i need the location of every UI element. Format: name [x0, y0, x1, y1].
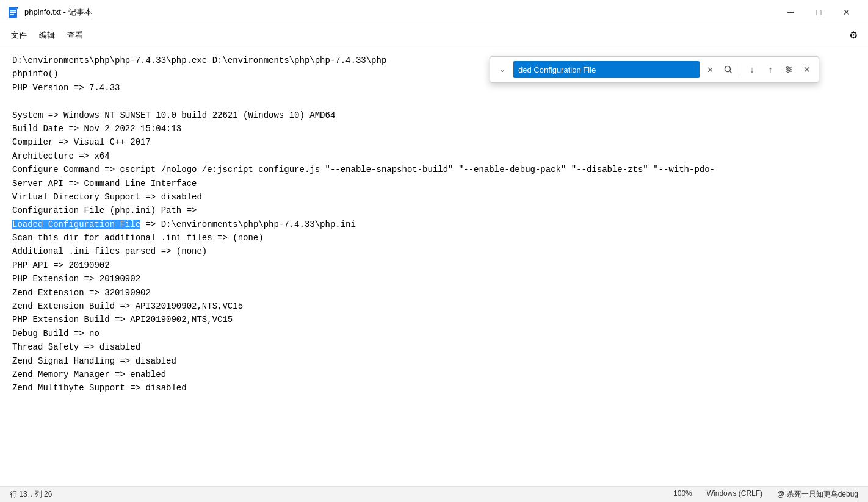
- maximize-button[interactable]: □: [805, 2, 833, 22]
- svg-point-14: [787, 71, 789, 73]
- language-indicator[interactable]: @ 杀死一只知更鸟debug: [777, 489, 858, 500]
- search-close-button[interactable]: ✕: [799, 62, 815, 77]
- svg-point-12: [787, 67, 789, 69]
- text-line: Loaded Configuration File => D:\environm…: [12, 218, 856, 231]
- text-line: PHP Version => 7.4.33: [12, 81, 856, 95]
- title-bar: phpinfo.txt - 记事本 ─ □ ✕: [0, 0, 868, 24]
- search-clear-button[interactable]: ✕: [702, 62, 718, 77]
- text-line: Zend Signal Handling => disabled: [12, 354, 856, 368]
- line-ending[interactable]: Windows (CRLF): [707, 489, 762, 500]
- text-line: PHP Extension Build => API20190902,NTS,V…: [12, 313, 856, 326]
- menu-file[interactable]: 文件: [5, 27, 33, 43]
- text-line: Zend Memory Manager => enabled: [12, 368, 856, 381]
- search-input[interactable]: [513, 61, 700, 78]
- minimize-button[interactable]: ─: [776, 2, 805, 22]
- text-line: PHP Extension => 20190902: [12, 272, 856, 285]
- status-right: 100% Windows (CRLF) @ 杀死一只知更鸟debug: [673, 489, 858, 500]
- text-line: Server API => Command Line Interface: [12, 177, 856, 190]
- menu-view[interactable]: 查看: [61, 27, 89, 43]
- menu-bar-right: ⚙: [844, 26, 863, 45]
- zoom-level[interactable]: 100%: [673, 489, 692, 500]
- search-options-button[interactable]: [781, 62, 797, 77]
- file-content: D:\environments\php\php-7.4.33\php.exe D…: [12, 54, 856, 395]
- text-line: System => Windows NT SUNSET 10.0 build 2…: [12, 109, 856, 122]
- menu-edit[interactable]: 编辑: [33, 27, 61, 43]
- search-divider: [740, 63, 740, 76]
- window-title: phpinfo.txt - 记事本: [24, 7, 776, 18]
- svg-point-13: [789, 69, 791, 71]
- search-next-button[interactable]: ↑: [762, 62, 778, 77]
- menu-bar: 文件 编辑 查看 ⚙: [0, 24, 868, 46]
- svg-rect-3: [10, 12, 16, 13]
- search-prev-button[interactable]: ↓: [744, 62, 760, 77]
- text-line: [12, 95, 856, 108]
- text-line: Zend Multibyte Support => disabled: [12, 381, 856, 395]
- text-line: PHP API => 20190902: [12, 259, 856, 272]
- app-icon: [7, 6, 20, 18]
- text-line: Scan this dir for additional .ini files …: [12, 231, 856, 245]
- svg-rect-1: [9, 7, 17, 10]
- text-line: Virtual Directory Support => disabled: [12, 190, 856, 204]
- text-line: Architecture => x64: [12, 149, 856, 163]
- svg-point-7: [725, 66, 731, 72]
- close-button[interactable]: ✕: [833, 2, 861, 22]
- svg-rect-2: [10, 10, 16, 12]
- text-line: Debug Build => no: [12, 327, 856, 340]
- svg-rect-4: [10, 14, 14, 15]
- text-editor-area[interactable]: ⌄ ✕ ↓ ↑: [0, 46, 868, 486]
- text-line: Additional .ini files parsed => (none): [12, 245, 856, 258]
- window-controls: ─ □ ✕: [776, 2, 861, 22]
- text-line: Compiler => Visual C++ 2017: [12, 135, 856, 149]
- cursor-position: 行 13，列 26: [10, 489, 52, 500]
- search-options-chevron[interactable]: ⌄: [494, 61, 511, 78]
- text-line: Configuration File (php.ini) Path =>: [12, 204, 856, 217]
- text-line: Thread Safety => disabled: [12, 340, 856, 354]
- text-line: Zend Extension Build => API320190902,NTS…: [12, 299, 856, 313]
- text-line: Configure Command => cscript /nologo /e:…: [12, 163, 856, 176]
- search-match-highlight: Loaded Configuration File: [12, 220, 140, 229]
- search-submit-button[interactable]: [720, 62, 736, 77]
- svg-line-8: [730, 71, 732, 74]
- text-line: Zend Extension => 320190902: [12, 286, 856, 299]
- status-bar: 行 13，列 26 100% Windows (CRLF) @ 杀死一只知更鸟d…: [0, 486, 868, 502]
- search-bar: ⌄ ✕ ↓ ↑: [490, 56, 819, 83]
- settings-icon[interactable]: ⚙: [844, 26, 863, 45]
- text-line: Build Date => Nov 2 2022 15:04:13: [12, 122, 856, 135]
